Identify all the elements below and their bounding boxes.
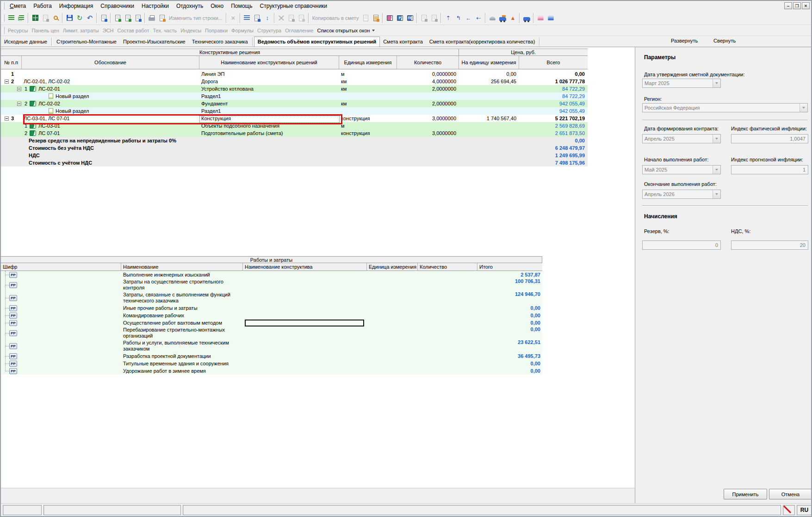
table-row[interactable]: 2ЛС-02-02 Фундамент км 2,0000000 942 055… xyxy=(1,100,588,107)
table-row[interactable]: 1 Линия ЭП м 0,0000000 0,00 0,00 xyxy=(1,70,588,78)
pp-code-icon[interactable]: РР xyxy=(9,320,17,326)
insert-subrow-icon[interactable] xyxy=(123,13,133,23)
change-row-type-button[interactable]: Изменить тип строки... xyxy=(167,15,224,21)
cancel-button[interactable]: Отмена xyxy=(769,489,812,499)
tree-collapse-icon[interactable] xyxy=(16,13,26,23)
open-windows-button[interactable]: Список открытых окон xyxy=(315,28,376,33)
table-row[interactable]: 2 ЛС-02-01, ЛС-02-02 Дорога км 4,0000000… xyxy=(1,78,588,85)
pp-code-icon[interactable]: РР xyxy=(9,343,17,349)
estimate-book-icon[interactable] xyxy=(384,13,395,23)
collapse-expander-icon[interactable] xyxy=(17,87,21,91)
copy-icon[interactable] xyxy=(286,13,297,23)
excel-export-icon[interactable] xyxy=(30,13,40,23)
chevron-down-icon[interactable] xyxy=(713,79,720,87)
cut-icon[interactable] xyxy=(276,13,286,23)
col-unit[interactable]: Единица измерения xyxy=(339,56,397,69)
tab-construction-installation[interactable]: Строительно-Монтажные xyxy=(53,37,120,46)
col-code[interactable]: Шифр xyxy=(1,263,121,271)
tab-contract-estimate[interactable]: Смета контракта xyxy=(380,37,426,46)
tab-technical-customer[interactable]: Технического заказчика xyxy=(189,37,251,46)
table-row[interactable]: РР Осуществление работ вахтовым методом … xyxy=(1,319,542,326)
structure-icon[interactable] xyxy=(242,13,252,23)
panel-limit-costs[interactable]: Лимит. затраты xyxy=(61,28,101,33)
tab-contract-estimate-adjustment[interactable]: Смета контракта(корректировка количества… xyxy=(426,37,538,46)
tax-edit-icon[interactable] xyxy=(419,13,429,23)
panel-formulas[interactable]: Формулы xyxy=(229,28,255,33)
insert-comment-icon[interactable] xyxy=(133,13,143,23)
copy-to-estimate-button[interactable]: Копировать в смету xyxy=(310,15,361,21)
tab-design-survey[interactable]: Проектно-Изыскательские xyxy=(120,37,189,46)
delete-row-icon[interactable]: × xyxy=(228,13,238,23)
collapse-expander-icon[interactable] xyxy=(17,102,21,106)
table-row[interactable]: РР Затраты, связанные с выполнением функ… xyxy=(1,291,542,304)
table-row[interactable]: 2ЛС 07-01 Подготовительные работы (смета… xyxy=(1,129,588,137)
pp-code-icon[interactable]: РР xyxy=(9,361,17,367)
tab-volume-statement[interactable]: Ведомость объёмов конструктивных решений xyxy=(254,37,380,47)
indent-right-icon[interactable]: ← xyxy=(463,13,473,23)
outdent-right-icon[interactable]: ⇠ xyxy=(473,13,483,23)
chevron-down-icon[interactable] xyxy=(713,190,720,198)
pp-code-icon[interactable]: РР xyxy=(9,330,17,336)
minimize-button[interactable]: – xyxy=(784,2,792,9)
copy-page-icon[interactable] xyxy=(360,13,371,23)
pp-code-icon[interactable]: РР xyxy=(9,272,17,278)
collapse-expander-icon[interactable] xyxy=(5,117,9,121)
protect-icon[interactable] xyxy=(99,13,109,23)
reserve-input[interactable]: 0 xyxy=(642,240,721,250)
col-unit-price[interactable]: На единицу измерения xyxy=(459,56,519,69)
pdf-export-icon[interactable] xyxy=(40,13,50,23)
panel-tech-part[interactable]: Тех. часть xyxy=(151,28,179,33)
toolbar-grip[interactable] xyxy=(2,14,5,22)
menu-okno[interactable]: Окно xyxy=(207,2,227,10)
col-quantity[interactable]: Количество xyxy=(418,263,477,271)
menu-nastroyki[interactable]: Настройки xyxy=(138,2,173,10)
collapse-expander-icon[interactable] xyxy=(5,80,9,84)
pp-code-icon[interactable]: РР xyxy=(9,353,17,359)
toolbar-grip[interactable] xyxy=(2,27,5,34)
menu-structurnye-spravochniki[interactable]: Структурные справочники xyxy=(256,2,331,10)
expand-all-button[interactable]: Развернуть xyxy=(671,38,698,43)
col-name[interactable]: Наименование xyxy=(121,263,243,271)
tax-list-icon[interactable] xyxy=(429,13,439,23)
pp-code-icon[interactable]: РР xyxy=(9,305,17,311)
col-justification[interactable]: Обоснование xyxy=(22,56,199,69)
table-row[interactable]: РР Удорожание работ в зимнее время 0,00 xyxy=(1,367,542,375)
restore-button[interactable]: ❐ xyxy=(793,2,801,9)
insert-row-icon[interactable] xyxy=(112,13,123,23)
panel-corrections[interactable]: Поправки xyxy=(203,28,229,33)
paste-icon[interactable] xyxy=(297,13,307,23)
chevron-down-icon[interactable] xyxy=(713,166,720,174)
col-constructive-name[interactable]: Наименование конструктива xyxy=(243,263,367,271)
edit-page-icon[interactable] xyxy=(252,13,262,23)
table-row[interactable]: РР Разработка проектной документации 36 … xyxy=(1,352,542,360)
work-end-combo[interactable]: Апрель 2026 xyxy=(642,190,721,199)
col-total[interactable]: Итого xyxy=(477,263,542,271)
table-row[interactable]: 1ЛС-02-01 Устройство котлована км 2,0000… xyxy=(1,85,588,92)
layers-blue-icon[interactable] xyxy=(545,13,556,23)
outdent-left-icon[interactable]: ⇡ xyxy=(443,13,453,23)
panel-indices[interactable]: Индексы xyxy=(179,28,203,33)
close-button[interactable]: ✕ xyxy=(802,2,810,9)
collapse-all-button[interactable]: Свернуть xyxy=(713,38,736,43)
panel-work-composition[interactable]: Состав работ xyxy=(116,28,151,33)
chevron-down-icon[interactable] xyxy=(713,135,720,143)
col-num[interactable]: № п.п xyxy=(1,56,22,69)
tree-expand-icon[interactable] xyxy=(6,13,16,23)
menu-pomosch[interactable]: Помощь xyxy=(227,2,256,10)
refresh-icon[interactable]: ↻ xyxy=(74,13,85,23)
col-total[interactable]: Всего xyxy=(519,56,588,69)
chevron-down-icon[interactable] xyxy=(800,104,807,112)
table-row[interactable]: Новый раздел Раздел1 942 055,49 xyxy=(1,107,588,115)
approval-date-combo[interactable]: Март 2025 xyxy=(642,79,721,88)
panel-price-panel[interactable]: Панель цен xyxy=(30,28,61,33)
region-combo[interactable]: Российская Федерация xyxy=(642,103,808,112)
sort-icon[interactable]: ↕ xyxy=(262,13,273,23)
menu-smeta[interactable]: Смета xyxy=(6,2,30,10)
toolbar-grip[interactable] xyxy=(2,2,5,10)
pp-code-icon[interactable]: РР xyxy=(9,368,17,374)
empty-edit-box[interactable] xyxy=(245,320,364,326)
table-row[interactable]: РР Командирование рабочих 0,00 xyxy=(1,312,542,319)
menu-otdohnut[interactable]: Отдохнуть xyxy=(173,2,207,10)
layers-pink-icon[interactable] xyxy=(535,13,545,23)
materials-icon[interactable]: ▲ xyxy=(508,13,518,23)
